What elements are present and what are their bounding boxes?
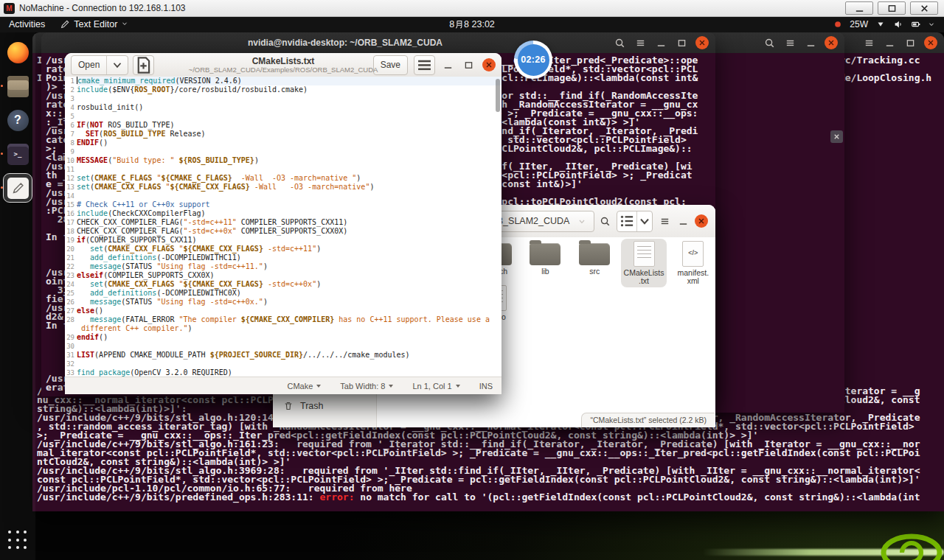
nomachine-titlebar: M NoMachine - Connection to 192.168.1.10… — [0, 0, 944, 17]
line-number: 18 — [65, 227, 77, 236]
text-editor-icon — [7, 178, 29, 199]
close-button[interactable] — [482, 58, 496, 71]
search-button[interactable] — [598, 214, 611, 228]
minimize-button[interactable] — [654, 36, 667, 49]
line-number: 24 — [65, 280, 77, 289]
menu-button[interactable] — [414, 55, 435, 75]
minimize-button[interactable] — [441, 58, 454, 71]
maximize-button[interactable] — [462, 58, 475, 71]
search-button[interactable] — [763, 36, 776, 49]
search-button[interactable] — [613, 36, 626, 49]
gnome-top-bar: Activities Text Editor 8 8 23:02 25W — [0, 16, 944, 32]
dock-item-firefox[interactable] — [4, 38, 32, 66]
cursor-position-button[interactable]: Ln 1, Col 1 — [412, 382, 459, 391]
close-button[interactable] — [695, 214, 708, 228]
minimize-button[interactable] — [676, 214, 690, 228]
editor-code-line: 20 set(CMAKE_CXX_FLAGS "${CMAKE_CXX_FLAG… — [65, 245, 502, 253]
floating-timer-widget[interactable]: 02:26 — [514, 41, 552, 79]
line-number: 3 — [65, 94, 77, 103]
minimize-button[interactable] — [845, 1, 873, 15]
dock-item-terminal[interactable]: >_ — [4, 140, 32, 168]
search-bar-close-icon[interactable] — [830, 130, 843, 143]
new-document-button[interactable] — [133, 55, 154, 75]
file-manager-toolbar — [598, 211, 715, 232]
editor-code-line: 6IF(NOT ROS_BUILD_TYPE) — [65, 121, 502, 130]
document-path: ~/ORB_SLAM2_CUDA/Examples/ROS/ORB_SLAM2_… — [189, 66, 378, 74]
minimize-button[interactable] — [804, 36, 817, 49]
editor-text-area[interactable]: 1cmake_minimum_required(VERSION 2.4.6)2i… — [65, 77, 502, 377]
app-menu-button[interactable]: Text Editor — [54, 16, 134, 32]
line-number: 27 — [65, 307, 77, 315]
maximize-button[interactable] — [878, 1, 906, 15]
line-number: 28 — [65, 315, 77, 324]
terminal-mid-window-controls — [763, 32, 838, 53]
menu-button[interactable] — [862, 36, 875, 49]
file-label: CMakeLists .txt — [621, 269, 667, 285]
highlight-mode-button[interactable]: CMake — [287, 382, 321, 391]
editor-code-line: 15# Check C++11 or C++0x support — [65, 200, 502, 209]
menu-button[interactable] — [783, 36, 796, 49]
line-number: 4 — [65, 103, 77, 112]
editor-code-line: 9 — [65, 147, 502, 156]
dock-item-help[interactable]: ? — [4, 106, 32, 134]
file-item[interactable]: lib — [522, 239, 568, 278]
file-label: lib — [522, 267, 568, 276]
timer-value: 02:26 — [518, 44, 549, 76]
terminal-front-titlebar[interactable]: nvidia@nvidia-desktop: ~/ORB_SLAM2_CUDA — [41, 32, 715, 54]
open-button-label: Open — [72, 56, 106, 74]
terminal-front-window-controls — [613, 32, 709, 53]
maximize-button[interactable] — [675, 36, 688, 49]
open-button[interactable]: Open — [71, 55, 128, 75]
dock-item-files[interactable] — [4, 72, 32, 100]
maximize-button[interactable] — [903, 36, 917, 49]
close-button[interactable] — [924, 36, 937, 49]
tab-width-button[interactable]: Tab Width: 8 — [340, 382, 393, 391]
editor-code-line: 25 add_definitions(-DCOMPILEDWITHC0X) — [65, 289, 502, 298]
close-button[interactable] — [695, 36, 709, 49]
editor-code-line: 23elseif(COMPILER_SUPPORTS_CXX0X) — [65, 271, 502, 280]
nomachine-logo-icon: M — [4, 3, 15, 14]
editor-code-line: 19if(COMPILER_SUPPORTS_CXX11) — [65, 236, 502, 245]
file-item[interactable]: src — [572, 239, 617, 278]
save-button[interactable]: Save — [373, 55, 408, 75]
list-view-button[interactable] — [617, 211, 636, 231]
path-caret-down-icon[interactable] — [577, 217, 586, 225]
clock[interactable]: 8 8 23:02 — [449, 19, 495, 29]
folder-icon — [579, 243, 610, 265]
editor-code-line: 10MESSAGE("Build type: " ${ROS_BUILD_TYP… — [65, 156, 502, 165]
activities-button[interactable]: Activities — [0, 16, 54, 32]
editor-scrollbar[interactable] — [496, 79, 500, 112]
dock-item-text-editor[interactable] — [4, 174, 32, 202]
close-button[interactable] — [825, 36, 838, 49]
file-icon — [634, 241, 655, 267]
file-icon — [682, 241, 704, 267]
system-tray[interactable]: 25W — [832, 19, 944, 30]
line-number: 30 — [65, 342, 77, 351]
text-editor-app-icon — [60, 19, 70, 29]
app-menu-caret-down-icon — [121, 19, 128, 29]
close-button[interactable] — [910, 1, 938, 15]
line-number: 12 — [65, 174, 77, 183]
help-icon: ? — [7, 110, 29, 131]
line-number: 6 — [65, 121, 77, 130]
editor-code-line: 28 message(FATAL_ERROR "The compiler ${C… — [65, 315, 502, 324]
open-caret-down-icon[interactable] — [106, 56, 128, 74]
file-item[interactable]: manifest. xml — [670, 239, 716, 287]
line-number: 13 — [65, 183, 77, 192]
line-number: 2 — [65, 85, 77, 94]
editor-statusbar: CMake Tab Width: 8 Ln 1, Col 1 INS — [65, 377, 502, 394]
editor-code-line: 18CHECK_CXX_COMPILER_FLAG("-std=c++0x" C… — [65, 227, 502, 236]
editor-code-line: 26 message(STATUS "Using flag -std=c++0x… — [65, 298, 502, 307]
folder-icon — [530, 243, 560, 265]
firefox-icon — [7, 42, 29, 63]
sidebar-item-trash[interactable]: Trash — [277, 398, 372, 414]
terminal-output-line: /usr/include/c++/9/bits/predefined_ops.h… — [37, 493, 920, 502]
line-number: 16 — [65, 209, 77, 218]
nomachine-window-controls — [845, 1, 944, 15]
minimize-button[interactable] — [883, 36, 896, 49]
menu-button[interactable] — [658, 214, 671, 228]
file-item[interactable]: CMakeLists .txt — [621, 239, 667, 287]
view-options-caret-icon[interactable] — [636, 211, 652, 231]
line-number: 17 — [65, 218, 77, 227]
menu-button[interactable] — [634, 36, 647, 49]
